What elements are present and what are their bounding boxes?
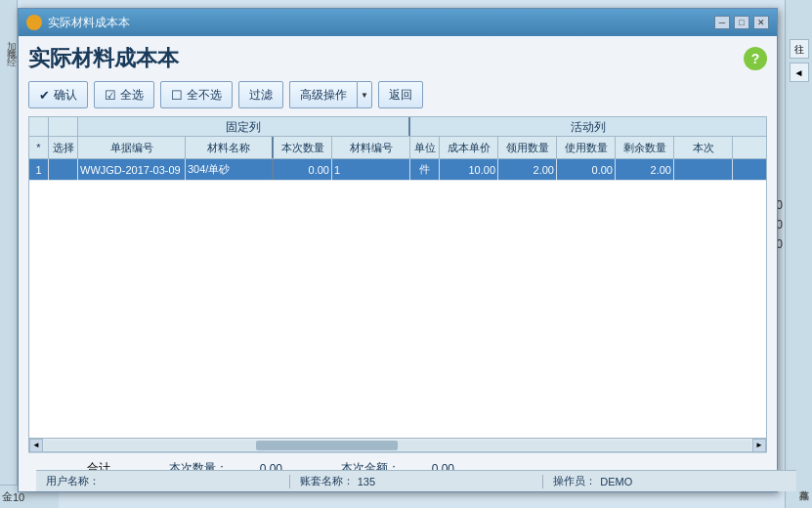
confirm-icon: ✔ xyxy=(39,88,50,103)
seq-group-spacer xyxy=(29,117,49,136)
data-table: 固定列 活动列 * 选择 单据编号 材料名称 本次数量 材料编号 单位 成本单价… xyxy=(28,116,767,452)
horizontal-scrollbar[interactable]: ◄ ► xyxy=(29,438,766,451)
col-header-matcode: 材料编号 xyxy=(332,137,410,158)
col-header-row: * 选择 单据编号 材料名称 本次数量 材料编号 单位 成本单价 领用数量 使用… xyxy=(29,137,766,158)
page-title: 实际材料成本本 xyxy=(28,44,179,73)
cell-docno-1: WWJGD-2017-03-09 xyxy=(78,159,186,180)
account-label: 账套名称： xyxy=(300,474,354,488)
filter-button[interactable]: 过滤 xyxy=(238,81,283,108)
confirm-button[interactable]: ✔ 确认 xyxy=(28,81,88,108)
fixed-group-header: 固定列 xyxy=(78,117,410,136)
hscroll-track[interactable] xyxy=(44,441,751,450)
dialog-content: 实际材料成本本 ? ✔ 确认 ☑ 全选 ☐ 全不选 过滤 高级操作 xyxy=(19,36,777,491)
select-group-spacer xyxy=(49,117,78,136)
cell-matname-1: 304/单砂 xyxy=(186,159,274,180)
cell-matcode-1: 1 xyxy=(332,159,410,180)
col-header-matname: 材料名称 xyxy=(186,137,274,158)
bg-nav-btn[interactable]: 往 xyxy=(790,39,809,59)
help-button[interactable]: ? xyxy=(744,47,767,70)
col-header-unit: 单位 xyxy=(410,137,440,158)
toolbar: ✔ 确认 ☑ 全选 ☐ 全不选 过滤 高级操作 ▼ xyxy=(28,81,767,108)
dialog-header-area: 实际材料成本本 ? xyxy=(28,44,767,73)
cell-remain-1: 2.00 xyxy=(616,159,674,180)
col-header-seq: * xyxy=(29,137,49,158)
cell-seq-1: 1 xyxy=(29,159,49,180)
advanced-button[interactable]: 高级操作 xyxy=(289,81,357,108)
deselect-all-button[interactable]: ☐ 全不选 xyxy=(160,81,233,108)
bg-left-panel: 加 单找 经 xyxy=(0,0,18,485)
main-dialog: 实际材料成本本 ─ □ ✕ 实际材料成本本 ? ✔ 确认 ☑ 全选 ☐ 全不选 xyxy=(18,8,778,492)
bg-bottom-label-text: 金 xyxy=(2,489,13,504)
cell-qty-1: 0.00 xyxy=(274,159,332,180)
titlebar-icon xyxy=(26,15,42,30)
cell-unitcost-1: 10.00 xyxy=(440,159,498,180)
col-header-remain: 剩余数量 xyxy=(616,137,674,158)
cell-claimed-1: 2.00 xyxy=(498,159,557,180)
select-all-button[interactable]: ☑ 全选 xyxy=(94,81,154,108)
chevron-down-icon: ▼ xyxy=(361,91,368,100)
deselect-all-icon: ☐ xyxy=(171,88,183,103)
bg-bottom-value: 10 xyxy=(13,491,24,503)
user-label: 用户名称： xyxy=(46,474,100,488)
active-group-header: 活动列 xyxy=(410,117,766,136)
table-body: 1 WWJGD-2017-03-09 304/单砂 0.00 1 件 10.00… xyxy=(29,159,766,438)
return-button[interactable]: 返回 xyxy=(378,81,423,108)
advanced-dropdown-button[interactable]: ▼ xyxy=(357,81,372,108)
status-divider-1 xyxy=(289,475,290,488)
status-operator: 操作员： DEMO xyxy=(553,474,787,488)
table-row[interactable]: 1 WWJGD-2017-03-09 304/单砂 0.00 1 件 10.00… xyxy=(29,159,766,181)
col-header-docno: 单据编号 xyxy=(78,137,186,158)
titlebar-controls: ─ □ ✕ xyxy=(714,16,769,29)
cell-unit-1: 件 xyxy=(410,159,440,180)
maximize-button[interactable]: □ xyxy=(734,16,749,29)
operator-label: 操作员： xyxy=(553,474,596,488)
hscroll-thumb[interactable] xyxy=(256,441,398,450)
col-header-qty: 本次数量 xyxy=(274,137,332,158)
bg-arrow-btn[interactable]: ◄ xyxy=(790,63,809,82)
advanced-btn-group: 高级操作 ▼ xyxy=(289,81,372,108)
select-all-icon: ☑ xyxy=(105,88,116,103)
cell-used-1: 0.00 xyxy=(557,159,616,180)
account-value: 135 xyxy=(358,476,375,487)
titlebar-title: 实际材料成本本 xyxy=(48,15,708,31)
cell-current-1 xyxy=(674,159,733,180)
close-button[interactable]: ✕ xyxy=(753,16,769,29)
status-divider-2 xyxy=(542,475,543,488)
operator-value: DEMO xyxy=(600,476,632,487)
status-account: 账套名称： 135 xyxy=(300,474,534,488)
hscroll-right-button[interactable]: ► xyxy=(752,439,766,452)
bg-sidebar-right: 往 ◄ xyxy=(785,0,812,508)
dialog-titlebar: 实际材料成本本 ─ □ ✕ xyxy=(19,9,777,36)
hscroll-left-button[interactable]: ◄ xyxy=(29,439,43,452)
col-header-used: 使用数量 xyxy=(557,137,616,158)
statusbar: 用户名称： 账套名称： 135 操作员： DEMO xyxy=(36,470,796,491)
col-header-select: 选择 xyxy=(49,137,78,158)
minimize-button[interactable]: ─ xyxy=(714,16,730,29)
status-user: 用户名称： xyxy=(46,474,279,488)
column-headers-area: 固定列 活动列 * 选择 单据编号 材料名称 本次数量 材料编号 单位 成本单价… xyxy=(29,117,766,159)
group-header-row: 固定列 活动列 xyxy=(29,117,766,137)
col-header-unitcost: 成本单价 xyxy=(440,137,498,158)
col-header-claimed: 领用数量 xyxy=(498,137,557,158)
col-header-current: 本次 xyxy=(674,137,733,158)
cell-select-1[interactable] xyxy=(49,159,78,180)
